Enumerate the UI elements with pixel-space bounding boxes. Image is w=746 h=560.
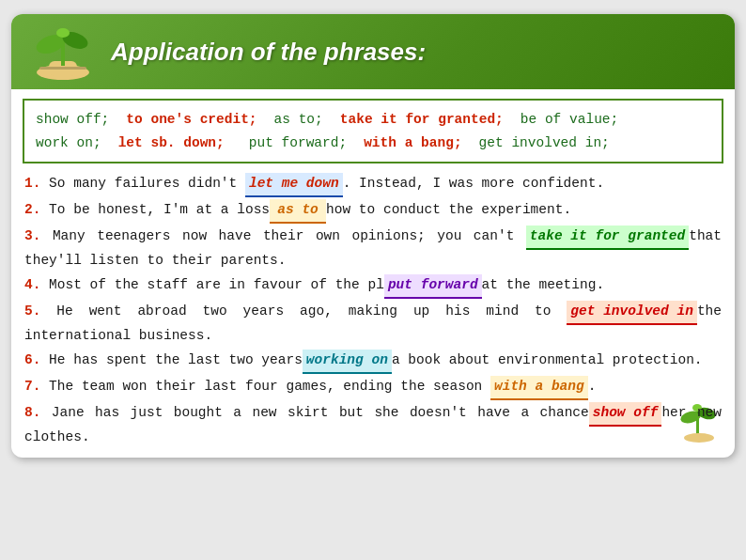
sentence-8-num: 8. [24, 405, 40, 420]
sentence-8: 8. Jane has just bought a new skirt but … [24, 402, 722, 449]
phrases-row-1: show off; to one's credit; as to; take i… [36, 108, 710, 132]
svg-point-8 [679, 409, 702, 425]
phrase-as-to: as to; [274, 108, 323, 132]
sentences-content: 1. So many failures didn't let me down. … [11, 169, 735, 458]
blank-1: let me down [245, 173, 343, 197]
sentence-5-num: 5. [24, 303, 40, 319]
sentence-1-num: 1. [24, 176, 40, 191]
phrase-work-on: work on; [36, 132, 101, 155]
phrase-put-forward: put forward; [249, 132, 347, 155]
svg-point-9 [696, 405, 717, 421]
svg-point-5 [56, 28, 70, 38]
sentence-1: 1. So many failures didn't let me down. … [24, 173, 722, 197]
phrase-let-sb-down: let sb. down; [118, 132, 225, 155]
sentence-7-num: 7. [24, 379, 40, 394]
svg-point-11 [684, 433, 714, 443]
svg-point-10 [692, 404, 702, 412]
header-title: Application of the phrases: [111, 38, 426, 67]
svg-rect-7 [696, 412, 699, 436]
phrase-with-a-bang: with a bang; [364, 132, 461, 155]
sentence-6-num: 6. [24, 352, 40, 367]
sentence-5: 5. He went abroad two years ago, making … [24, 301, 722, 348]
sentence-2: 2. To be honest, I'm at a lossas tohow t… [24, 199, 722, 224]
sentence-6: 6. He has spent the last two yearsworkin… [24, 350, 722, 374]
phrase-show-off: show off; [36, 108, 109, 132]
blank-8: show off [589, 402, 662, 427]
sentence-3-num: 3. [24, 228, 40, 243]
svg-rect-6 [39, 67, 86, 70]
sentence-4-num: 4. [24, 277, 40, 292]
phrase-be-of-value: be of value; [521, 108, 618, 132]
sentence-2-num: 2. [24, 202, 40, 217]
header: Application of the phrases: [11, 14, 735, 89]
blank-6: working on [303, 350, 392, 374]
blank-2: as to [270, 199, 326, 224]
sentence-4: 4. Most of the staff are in favour of th… [24, 274, 722, 299]
blank-5: get involved in [567, 301, 697, 325]
main-card: Application of the phrases: show off; to… [11, 14, 735, 458]
phrases-box: show off; to one's credit; as to; take i… [23, 99, 723, 163]
phrase-get-involved-in: get involved in; [479, 132, 610, 155]
phrase-to-ones-credit: to one's credit; [126, 108, 256, 132]
blank-4: put forward [384, 274, 482, 299]
plant-icon-left [30, 23, 96, 80]
blank-7: with a bang [490, 376, 588, 400]
sentence-3: 3. Many teenagers now have their own opi… [24, 226, 722, 272]
blank-3: take it for granted [526, 226, 689, 250]
phrases-row-2: work on; let sb. down; put forward; with… [36, 132, 710, 155]
plant-icon-right [676, 398, 722, 443]
sentence-7: 7. The team won their last four games, e… [24, 376, 722, 400]
phrase-take-it-for-granted: take it for granted; [340, 108, 504, 132]
